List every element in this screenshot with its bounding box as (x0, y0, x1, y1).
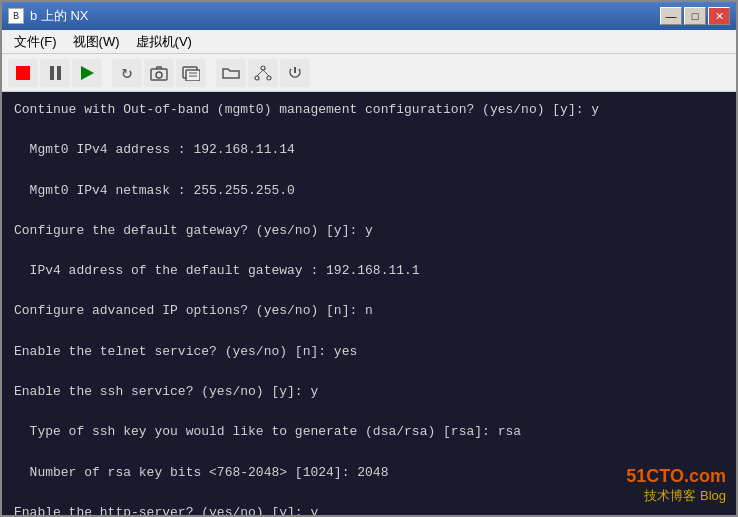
title-buttons: — □ ✕ (660, 7, 730, 25)
play-icon (81, 66, 94, 80)
watermark: 51CTO.com 技术博客 Blog (626, 466, 726, 505)
pause-button[interactable] (40, 59, 70, 87)
menu-file[interactable]: 文件(F) (6, 31, 65, 53)
folder-button[interactable] (216, 59, 246, 87)
watermark-top: 51CTO.com (626, 466, 726, 487)
folder-icon (222, 65, 240, 81)
svg-point-1 (156, 72, 162, 78)
svg-line-9 (257, 70, 263, 76)
window-title: b 上的 NX (30, 7, 89, 25)
network-icon (254, 65, 272, 81)
network-button[interactable] (248, 59, 278, 87)
menu-view[interactable]: 视图(W) (65, 31, 128, 53)
menu-vm[interactable]: 虚拟机(V) (128, 31, 200, 53)
close-button[interactable]: ✕ (708, 7, 730, 25)
watermark-bottom: 技术博客 Blog (626, 487, 726, 505)
terminal-area[interactable]: Continue with Out-of-band (mgmt0) manage… (2, 92, 736, 515)
terminal-content: Continue with Out-of-band (mgmt0) manage… (14, 100, 724, 515)
stop-icon (16, 66, 30, 80)
screenshot2-button[interactable] (176, 59, 206, 87)
camera-button[interactable] (144, 59, 174, 87)
refresh-icon: ↻ (122, 64, 133, 82)
pause-icon (50, 66, 61, 80)
title-bar-left: B b 上的 NX (8, 7, 89, 25)
main-window: B b 上的 NX — □ ✕ 文件(F) 视图(W) 虚拟机(V) ↻ (0, 0, 738, 517)
minimize-button[interactable]: — (660, 7, 682, 25)
screenshot-icon (182, 65, 200, 81)
svg-point-7 (255, 76, 259, 80)
maximize-button[interactable]: □ (684, 7, 706, 25)
power-icon (286, 65, 304, 81)
camera-icon (150, 65, 168, 81)
toolbar: ↻ (2, 54, 736, 92)
play-button[interactable] (72, 59, 102, 87)
window-icon: B (8, 8, 24, 24)
svg-point-8 (267, 76, 271, 80)
title-bar: B b 上的 NX — □ ✕ (2, 2, 736, 30)
stop-button[interactable] (8, 59, 38, 87)
svg-point-6 (261, 66, 265, 70)
svg-line-10 (263, 70, 269, 76)
menu-bar: 文件(F) 视图(W) 虚拟机(V) (2, 30, 736, 54)
refresh-button[interactable]: ↻ (112, 59, 142, 87)
power-button[interactable] (280, 59, 310, 87)
